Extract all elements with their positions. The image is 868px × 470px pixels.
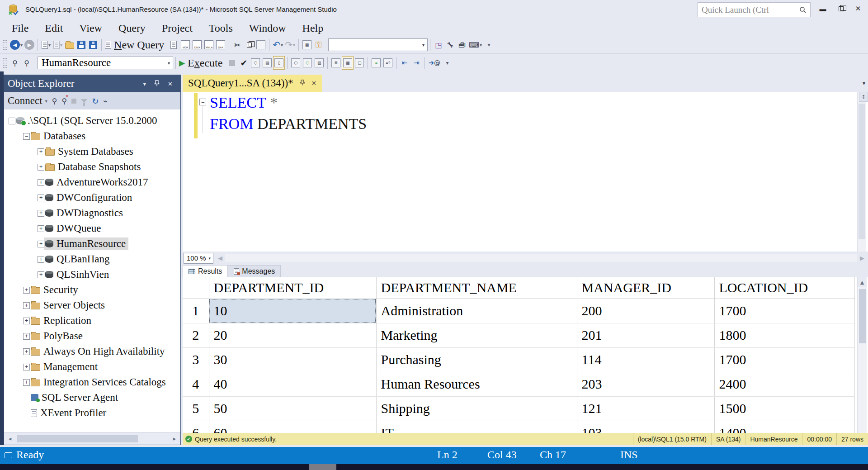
expand-icon[interactable]: +	[38, 241, 44, 247]
column-header-location_id[interactable]: LOCATION_ID	[714, 277, 854, 299]
new-project-button[interactable]: ▾	[40, 38, 52, 52]
tree-item-polybase[interactable]: PolyBase	[30, 330, 85, 342]
navigate-back-button[interactable]: ◀▾	[9, 38, 24, 52]
stop-icon[interactable]	[71, 99, 76, 104]
tree-item-sql1-sql-server-15-0-2000[interactable]: .\SQL1 (SQL Server 15.0.2000	[15, 114, 160, 127]
tree-item-xevent-profiler[interactable]: XEvent Profiler	[30, 407, 109, 419]
execute-button[interactable]: ▶ Execute	[178, 56, 226, 70]
column-header-department_name[interactable]: DEPARTMENT_NAME	[376, 277, 577, 299]
parse-button[interactable]: ✔	[238, 56, 250, 70]
table-cell[interactable]: 1500	[714, 396, 854, 421]
expand-icon[interactable]: +	[38, 271, 44, 278]
tree-item-humanresource[interactable]: HumanResource	[44, 237, 128, 250]
tree-item-system-databases[interactable]: System Databases	[44, 145, 136, 158]
live-stats-button[interactable]: ⬡	[302, 56, 313, 70]
expand-icon[interactable]: +	[38, 164, 44, 171]
menu-help[interactable]: Help	[296, 20, 330, 36]
query-document-tab[interactable]: SQLQuery1...SA (134))* ✕	[183, 75, 322, 92]
row-number[interactable]: 2	[183, 323, 209, 347]
sql-code[interactable]: SELECT *FROM DEPARTMENTS	[210, 92, 367, 134]
uncomment-lines-button[interactable]: ≡?	[382, 56, 394, 70]
tab-messages[interactable]: Messages	[228, 265, 281, 277]
table-cell[interactable]: 1700	[714, 347, 854, 372]
table-cell[interactable]: 203	[577, 372, 714, 396]
connect-icon[interactable]: ⚲	[52, 97, 57, 105]
table-cell[interactable]: Marketing	[376, 323, 577, 347]
table-cell[interactable]: 30	[209, 347, 376, 372]
new-query-button[interactable]: New Query	[104, 38, 168, 52]
tree-item-dwconfiguration[interactable]: DWConfiguration	[44, 191, 135, 204]
toolbox-icon[interactable]: 🧰︎	[456, 38, 468, 52]
table-cell[interactable]: 200	[577, 299, 714, 323]
key-button[interactable]: ⚿	[313, 38, 325, 52]
pin-icon[interactable]	[300, 80, 305, 87]
table-cell[interactable]: 103	[577, 421, 714, 433]
toolbar-overflow-button[interactable]: ▾	[441, 56, 453, 70]
comment-lines-button[interactable]: ≡	[370, 56, 382, 70]
client-stats-button[interactable]: ▥	[313, 56, 325, 70]
add-item-button[interactable]: ▾	[52, 38, 64, 52]
dmx-query-button[interactable]: DMX	[191, 38, 203, 52]
tree-item-dwdiagnostics[interactable]: DWDiagnostics	[44, 207, 126, 219]
scroll-right-icon[interactable]: ▶	[860, 255, 864, 261]
results-to-text-button[interactable]: ≣	[330, 56, 342, 70]
expand-icon[interactable]: +	[38, 210, 44, 217]
tree-item-databases[interactable]: Databases	[30, 130, 88, 142]
find-in-files-button[interactable]: ▦	[301, 38, 313, 52]
window-position-menu-icon[interactable]: ▾	[139, 81, 151, 87]
cancel-query-button[interactable]	[226, 56, 238, 70]
object-explorer-hscrollbar[interactable]: ◂ ▸	[4, 432, 180, 445]
results-vscrollbar[interactable]: ▲	[857, 277, 867, 433]
editor-vscrollbar[interactable]	[857, 92, 866, 252]
collapse-region-icon[interactable]: −	[199, 99, 206, 105]
scroll-left-icon[interactable]: ◀	[218, 255, 222, 261]
expand-icon[interactable]: +	[23, 379, 30, 386]
expand-icon[interactable]: +	[38, 256, 44, 263]
tree-item-sql-server-agent[interactable]: SQL Server Agent	[30, 391, 121, 404]
xmla-query-button[interactable]: XMLA	[203, 38, 215, 52]
sql-editor[interactable]: − SELECT *FROM DEPARTMENTS ↕	[183, 92, 868, 252]
zoom-level-combobox[interactable]: 100 % ▾	[184, 253, 213, 264]
connect-button[interactable]: Connect▾	[8, 95, 47, 107]
expand-icon[interactable]: +	[23, 348, 30, 355]
pin-icon[interactable]	[150, 80, 164, 88]
split-window-grip[interactable]: ↕	[859, 92, 868, 102]
menu-tools[interactable]: Tools	[203, 20, 239, 36]
command-window-icon[interactable]: ⌨▾	[468, 38, 483, 52]
filter-icon[interactable]	[81, 99, 87, 103]
toolbar-grip[interactable]	[3, 57, 7, 68]
menu-edit[interactable]: Edit	[38, 20, 69, 36]
scrollbar-thumb[interactable]	[859, 289, 866, 343]
table-cell[interactable]: Purchasing	[376, 347, 577, 372]
tree-item-integration-services-catalogs[interactable]: Integration Services Catalogs	[30, 376, 169, 389]
table-cell[interactable]: 121	[577, 396, 714, 421]
save-button[interactable]	[75, 38, 87, 52]
results-to-grid-button[interactable]: ▦	[342, 56, 354, 70]
cut-button[interactable]: ✂	[231, 38, 243, 52]
table-cell[interactable]: Administration	[376, 299, 577, 323]
undo-button[interactable]: ↶▾	[272, 38, 284, 52]
row-number[interactable]: 1	[183, 299, 209, 323]
mdx-query-button[interactable]: MDX	[179, 38, 191, 52]
decrease-indent-button[interactable]: ⇤	[399, 56, 410, 70]
menu-file[interactable]: File	[5, 20, 35, 36]
column-header-department_id[interactable]: DEPARTMENT_ID	[209, 277, 376, 299]
toolbar-grip[interactable]	[3, 39, 7, 50]
table-cell[interactable]: 1700	[714, 299, 854, 323]
table-cell[interactable]: 1400	[714, 421, 854, 433]
query-options-button[interactable]: ▤	[261, 56, 273, 70]
expand-icon[interactable]: +	[38, 225, 44, 232]
table-cell[interactable]: 2400	[714, 372, 854, 396]
scroll-left-icon[interactable]: ◂	[4, 432, 16, 445]
row-number[interactable]: 5	[183, 396, 209, 421]
intellisense-toggle[interactable]: ▯	[273, 56, 285, 70]
activity-monitor-icon[interactable]: ⌁	[103, 97, 108, 105]
expand-icon[interactable]: +	[23, 318, 30, 324]
table-cell[interactable]: 10	[209, 299, 376, 323]
scroll-right-icon[interactable]: ▸	[169, 432, 180, 445]
properties-wrench-icon[interactable]: 🔧︎	[444, 38, 456, 52]
quick-launch-input[interactable]: Quick Launch (Ctrl	[698, 2, 811, 17]
collapse-icon[interactable]: −	[23, 133, 30, 140]
disconnect-icon[interactable]: ⚲	[61, 97, 67, 105]
expand-icon[interactable]: +	[23, 364, 30, 370]
